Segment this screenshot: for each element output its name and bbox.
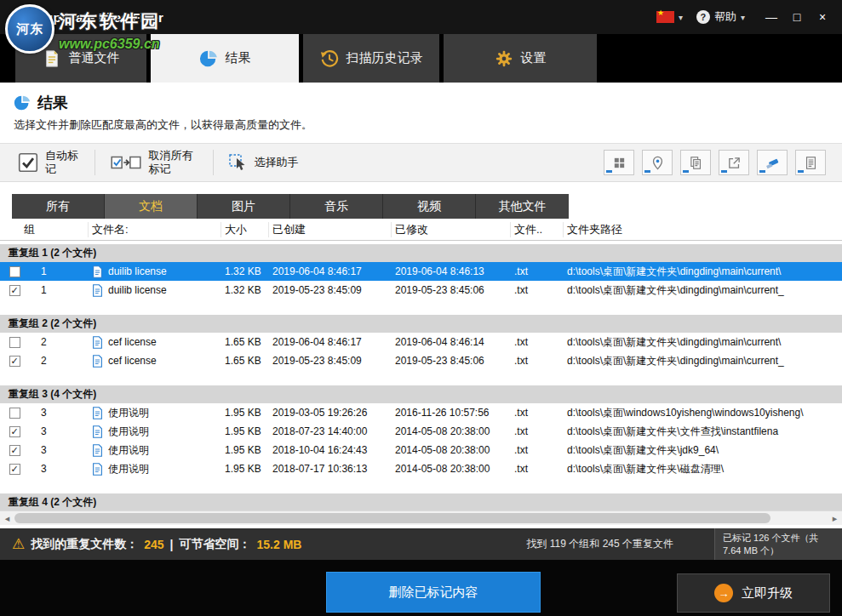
cell-path: d:\tools\桌面\新建文件夹\dingding\main\current\: [564, 265, 842, 279]
cell-group-number: 2: [29, 355, 89, 367]
cell-ext: .txt: [511, 336, 564, 348]
filter-other[interactable]: 其他文件: [476, 194, 569, 219]
cell-size: 1.65 KB: [221, 355, 269, 367]
scrollbar-thumb[interactable]: [14, 513, 770, 523]
tab-normal-files[interactable]: 普通文件: [15, 34, 146, 83]
cell-modified: 2014-05-08 20:38:00: [392, 425, 511, 437]
toolbar-divider: [95, 150, 95, 175]
cell-path: d:\tools\桌面\新建文件夹\dingding\main\current_: [564, 354, 842, 368]
file-name-text: 使用说明: [108, 443, 149, 458]
filter-music[interactable]: 音乐: [290, 194, 383, 219]
cell-group-number: 2: [29, 336, 89, 348]
grid-icon: [612, 156, 627, 170]
table-row[interactable]: ✓ 3 使用说明 1.95 KB 2018-10-04 16:24:43 201…: [0, 441, 842, 459]
auto-mark-button[interactable]: 自动标记: [9, 146, 89, 178]
cell-file-name: 使用说明: [89, 406, 221, 420]
checkbox-cell: ✓: [0, 285, 29, 296]
row-checkbox[interactable]: [9, 337, 20, 348]
cell-modified: 2019-05-23 8:45:06: [392, 355, 511, 367]
cell-file-name: cef license: [89, 336, 221, 349]
selection-assistant-button[interactable]: 选择助手: [219, 150, 306, 175]
scroll-left-button[interactable]: ◂: [0, 511, 14, 525]
warning-icon: ⚠: [12, 535, 25, 553]
column-modified[interactable]: 已修改: [392, 222, 511, 237]
unmark-all-button[interactable]: 取消所有标记: [100, 146, 209, 178]
row-checkbox[interactable]: [9, 408, 20, 419]
open-location-button[interactable]: [642, 150, 673, 175]
column-filename[interactable]: 文件名:: [89, 222, 221, 237]
cell-modified: 2019-06-04 8:46:13: [392, 265, 511, 277]
file-icon: [92, 425, 103, 438]
view-grid-button[interactable]: [604, 150, 634, 175]
tab-settings[interactable]: 设置: [444, 34, 597, 83]
language-selector[interactable]: ★ ▾: [656, 11, 683, 23]
file-icon: [92, 407, 103, 419]
delete-marked-button[interactable]: 删除已标记内容: [326, 572, 541, 613]
help-icon: ?: [696, 10, 710, 24]
group-header: 重复组 1 (2 个文件): [0, 244, 842, 262]
table-row[interactable]: ✓ 1 duilib license 1.32 KB 2019-05-23 8:…: [0, 281, 842, 299]
minimize-button[interactable]: —: [759, 5, 784, 29]
tab-label: 扫描历史记录: [347, 50, 423, 66]
cell-size: 1.32 KB: [221, 265, 269, 277]
checkbox-cell: [0, 337, 29, 348]
column-size[interactable]: 大小: [221, 222, 269, 237]
table-row[interactable]: ✓ 2 cef license 1.65 KB 2019-05-23 8:45:…: [0, 351, 842, 370]
column-filetype[interactable]: 文件..: [511, 222, 564, 237]
results-table: 重复组 1 (2 个文件) 1 duilib license 1.32 KB 2…: [0, 241, 842, 510]
checkbox-cell: [0, 266, 29, 277]
window-title: Duplicate Files Fixer: [36, 10, 163, 25]
table-row[interactable]: ✓ 3 使用说明 1.95 KB 2018-07-17 10:36:13 201…: [0, 459, 842, 478]
cell-created: 2019-03-05 19:26:26: [269, 407, 392, 419]
cell-path: d:\tools\桌面\新建文件夹\文件查找\instantfilena: [564, 425, 842, 439]
filter-documents[interactable]: 文档: [105, 194, 198, 219]
upgrade-label: 立即升级: [742, 585, 793, 602]
close-button[interactable]: ×: [810, 5, 835, 29]
upgrade-button[interactable]: → 立即升级: [677, 573, 830, 613]
filter-images[interactable]: 图片: [198, 194, 290, 219]
cell-ext: .txt: [511, 407, 564, 419]
table-row[interactable]: 2 cef license 1.65 KB 2019-06-04 8:46:17…: [0, 333, 842, 351]
row-checkbox[interactable]: [9, 266, 20, 277]
row-checkbox[interactable]: ✓: [9, 464, 20, 475]
open-file-button[interactable]: [719, 150, 749, 175]
export-list-button[interactable]: [795, 150, 826, 175]
cell-ext: .txt: [511, 463, 564, 475]
filter-all[interactable]: 所有: [12, 194, 105, 219]
space-value: 15.2 MB: [257, 538, 302, 551]
app-window: Duplicate Files Fixer ★ ▾ ? 帮助 ▾ — □ × 河…: [0, 0, 842, 616]
cell-group-number: 1: [29, 284, 89, 296]
main-tab-bar: 普通文件 结果 扫描历史记录: [0, 34, 842, 83]
maximize-button[interactable]: □: [784, 5, 810, 29]
row-checkbox[interactable]: ✓: [9, 426, 20, 437]
column-created[interactable]: 已创建: [269, 222, 392, 237]
toolbar: 自动标记 取消所有标记 选择助手: [0, 143, 842, 182]
checkbox-check-icon: [17, 151, 39, 174]
table-row[interactable]: ✓ 3 使用说明 1.95 KB 2018-07-23 14:40:00 201…: [0, 422, 842, 441]
file-name-text: 使用说明: [108, 406, 149, 420]
cell-group-number: 1: [29, 265, 89, 277]
table-row[interactable]: 1 duilib license 1.32 KB 2019-06-04 8:46…: [0, 262, 842, 281]
cell-group-number: 3: [29, 425, 89, 437]
help-menu[interactable]: ? 帮助 ▾: [696, 9, 745, 25]
row-checkbox[interactable]: ✓: [9, 285, 20, 296]
tab-label: 设置: [521, 50, 547, 66]
row-checkbox[interactable]: ✓: [9, 445, 20, 456]
file-list-icon: [804, 156, 818, 170]
horizontal-scrollbar[interactable]: ◂ ▸: [0, 510, 842, 525]
found-count: 245: [144, 538, 163, 551]
cell-created: 2019-06-04 8:46:17: [269, 336, 392, 348]
filter-video[interactable]: 视频: [383, 194, 476, 219]
scrollbar-track[interactable]: [14, 511, 828, 525]
cell-size: 1.32 KB: [221, 284, 269, 296]
column-folder-path[interactable]: 文件夹路径: [564, 222, 842, 237]
column-group[interactable]: 组: [0, 222, 89, 237]
cell-created: 2018-07-23 14:40:00: [269, 425, 392, 437]
scroll-right-button[interactable]: ▸: [828, 511, 842, 525]
copy-file-button[interactable]: [680, 150, 711, 175]
table-row[interactable]: 3 使用说明 1.95 KB 2019-03-05 19:26:26 2016-…: [0, 403, 842, 422]
tab-scan-history[interactable]: 扫描历史记录: [303, 34, 439, 83]
erase-marks-button[interactable]: [757, 150, 788, 175]
row-checkbox[interactable]: ✓: [9, 356, 20, 367]
tab-results[interactable]: 结果: [151, 34, 299, 83]
